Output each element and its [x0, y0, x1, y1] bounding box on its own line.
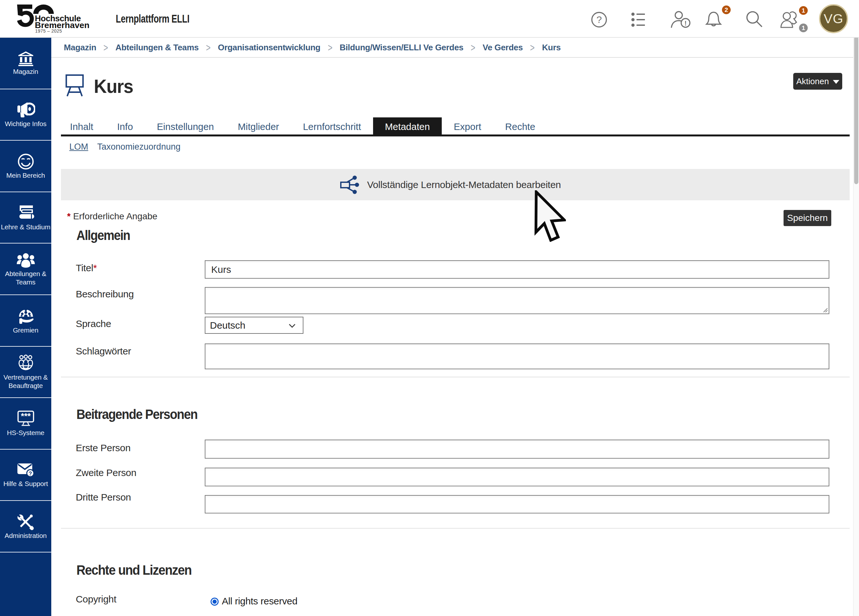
svg-text:!: ! — [684, 20, 687, 27]
svg-text:?: ? — [28, 471, 31, 477]
svg-text:***: *** — [20, 411, 31, 421]
svg-text:?: ? — [597, 14, 602, 25]
svg-text:1975 – 2025: 1975 – 2025 — [35, 28, 62, 34]
